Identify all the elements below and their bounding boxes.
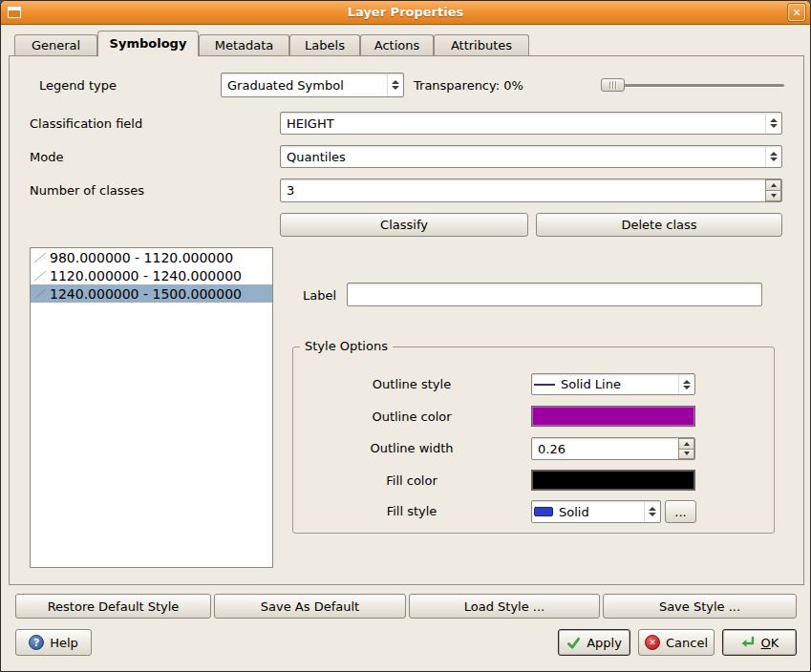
list-item-selected[interactable]: 1240.000000 - 1500.000000 (31, 284, 272, 303)
style-options-title: Style Options (300, 339, 393, 353)
list-item[interactable]: 980.000000 - 1120.000000 (31, 248, 272, 266)
transparency-label: Transparency: 0% (414, 78, 523, 93)
load-style-button[interactable]: Load Style ... (409, 594, 600, 619)
classification-field-combo[interactable]: HEIGHT (280, 112, 782, 135)
classification-field-label: Classification field (30, 116, 142, 131)
class-range: 980.000000 - 1120.000000 (50, 250, 233, 265)
line-symbol-icon (32, 287, 48, 301)
combo-arrows-icon (765, 113, 781, 134)
delete-class-button-label: Delete class (621, 218, 696, 232)
solid-line-icon (534, 384, 555, 386)
ok-button-label: OK (761, 636, 779, 650)
load-style-label: Load Style ... (464, 599, 545, 614)
fill-color-button[interactable] (531, 470, 695, 491)
slider-handle[interactable] (601, 78, 625, 92)
outline-width-label: Outline width (307, 441, 517, 455)
classify-button-label: Classify (380, 218, 428, 232)
line-symbol-icon (32, 251, 48, 264)
titlebar[interactable]: Layer Properties ✕ (1, 1, 810, 25)
outline-style-combo[interactable]: Solid Line (531, 373, 695, 395)
close-button[interactable]: ✕ (788, 4, 805, 21)
ok-button[interactable]: OK (722, 629, 797, 656)
number-of-classes-spinner (280, 178, 782, 202)
legend-type-combo[interactable]: Graduated Symbol (221, 73, 404, 97)
legend-type-value: Graduated Symbol (222, 78, 387, 93)
outline-width-spinner (531, 437, 695, 460)
class-range: 1240.000000 - 1500.000000 (50, 286, 242, 302)
help-button-label: Help (50, 636, 78, 650)
combo-arrows-icon (678, 374, 694, 394)
spinner-buttons (765, 179, 781, 201)
combo-arrows-icon (387, 74, 403, 96)
window-title: Layer Properties (1, 5, 810, 19)
save-style-button[interactable]: Save Style ... (603, 594, 797, 619)
save-style-label: Save Style ... (659, 599, 740, 614)
outline-color-button[interactable] (531, 406, 695, 427)
tab-labels[interactable]: Labels (289, 34, 360, 55)
restore-default-style-label: Restore Default Style (48, 599, 180, 614)
save-as-default-button[interactable]: Save As Default (214, 594, 406, 619)
help-icon: ? (29, 635, 44, 650)
cancel-icon: ✕ (645, 635, 660, 650)
outline-width-input[interactable] (532, 438, 677, 459)
tab-attributes[interactable]: Attributes (434, 34, 529, 55)
mode-combo[interactable]: Quantiles (280, 145, 782, 168)
close-icon: ✕ (792, 7, 800, 19)
browse-button-label: ... (674, 505, 686, 519)
cancel-button-label: Cancel (666, 636, 708, 650)
restore-default-style-button[interactable]: Restore Default Style (15, 594, 211, 619)
transparency-slider[interactable] (601, 77, 784, 93)
layer-properties-dialog: Layer Properties ✕ General Symbology Met… (0, 0, 811, 672)
tab-symbology[interactable]: Symbology (97, 31, 199, 56)
apply-button-label: Apply (587, 636, 622, 650)
legend-type-label: Legend type (39, 78, 117, 93)
class-list: 980.000000 - 1120.000000 1120.000000 - 1… (30, 247, 273, 568)
combo-arrows-icon (644, 501, 660, 522)
tab-actions[interactable]: Actions (360, 34, 434, 55)
line-symbol-icon (32, 269, 48, 283)
mode-label: Mode (30, 150, 63, 164)
class-range: 1120.000000 - 1240.000000 (50, 268, 242, 284)
save-as-default-label: Save As Default (261, 599, 359, 614)
fill-style-value: Solid (553, 505, 644, 519)
mode-value: Quantiles (281, 150, 765, 164)
fill-style-label: Fill style (307, 504, 517, 518)
delete-class-button[interactable]: Delete class (536, 213, 782, 237)
spin-down-icon[interactable] (765, 191, 781, 201)
fill-color-label: Fill color (307, 473, 517, 488)
tab-general[interactable]: General (14, 34, 97, 55)
cancel-button[interactable]: ✕ Cancel (638, 629, 715, 656)
classification-field-value: HEIGHT (281, 116, 765, 131)
label-input[interactable] (347, 283, 762, 306)
number-of-classes-label: Number of classes (30, 183, 144, 198)
slider-groove[interactable] (601, 84, 784, 87)
fill-style-browse-button[interactable]: ... (665, 500, 696, 523)
outline-style-value: Solid Line (555, 377, 678, 391)
spin-up-icon[interactable] (678, 438, 694, 450)
outline-style-label: Outline style (307, 377, 517, 391)
solid-fill-icon (534, 507, 553, 516)
enter-arrow-icon (740, 635, 756, 650)
list-item[interactable]: 1120.000000 - 1240.000000 (31, 266, 272, 284)
help-button[interactable]: ? Help (15, 629, 92, 656)
tab-metadata[interactable]: Metadata (199, 34, 289, 55)
spin-up-icon[interactable] (765, 179, 781, 191)
combo-arrows-icon (765, 146, 781, 167)
number-of-classes-input[interactable] (281, 179, 764, 201)
checkmark-icon (566, 636, 581, 650)
spinner-buttons (678, 438, 694, 459)
apply-button[interactable]: Apply (558, 629, 630, 656)
label-field-label: Label (303, 288, 336, 303)
outline-color-label: Outline color (307, 410, 517, 424)
spin-down-icon[interactable] (678, 450, 694, 460)
classify-button[interactable]: Classify (280, 213, 528, 237)
fill-style-combo[interactable]: Solid (531, 500, 661, 523)
